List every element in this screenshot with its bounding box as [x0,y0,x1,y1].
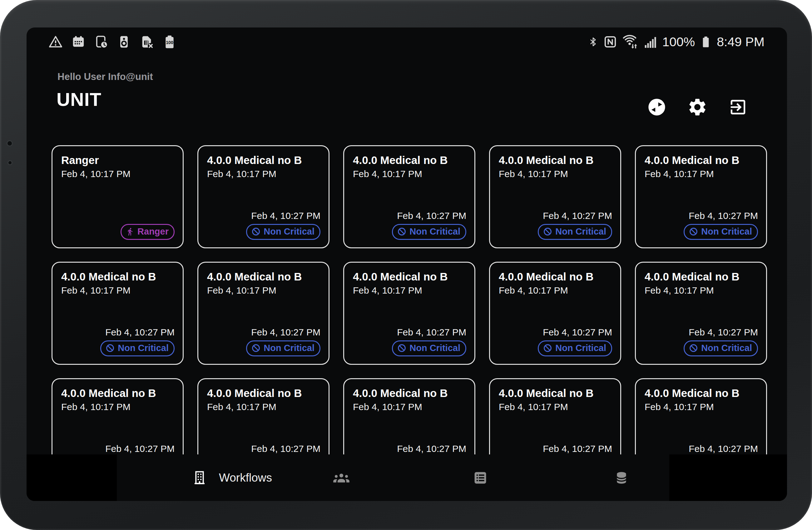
status-bar-left: 100 [48,32,177,51]
nav-tab-database[interactable] [614,455,629,501]
card-title: 4.0.0 Medical no B [207,270,320,283]
block-icon [397,344,406,353]
nav-tab-records[interactable] [472,455,489,501]
status-badge: Non Critical [246,341,320,356]
swap-arrows-icon [647,97,667,117]
card-title: 4.0.0 Medical no B [499,270,612,283]
status-badge: Ranger [120,224,175,240]
badge-label: Non Critical [555,343,606,354]
swap-button[interactable] [647,97,667,117]
card-title: 4.0.0 Medical no B [644,387,758,400]
status-badge: Non Critical [246,224,320,240]
nav-tab-workflows[interactable]: Workflows [191,455,272,501]
workflow-card[interactable]: 4.0.0 Medical no B Feb 4, 10:17 PM Feb 4… [489,145,621,248]
nav-corner-mask-left [27,455,117,501]
nav-tab-label: Workflows [219,471,272,484]
workflow-card[interactable]: 4.0.0 Medical no B Feb 4, 10:17 PM Feb 4… [52,262,184,365]
card-footer: Feb 4, 10:27 PM Non Critical [499,444,612,455]
card-end-time: Feb 4, 10:27 PM [543,444,612,454]
badge-label: Non Critical [409,226,460,237]
signal-icon [643,35,657,49]
status-badge: Non Critical [538,224,612,240]
card-title: 4.0.0 Medical no B [499,154,612,167]
card-end-time: Feb 4, 10:27 PM [397,444,466,454]
card-end-time: Feb 4, 10:27 PM [251,444,320,454]
card-start-time: Feb 4, 10:17 PM [207,402,320,412]
workflow-card-grid: Ranger Feb 4, 10:17 PM Ranger 4.0.0 Medi… [52,145,767,455]
workflow-card[interactable]: 4.0.0 Medical no B Feb 4, 10:17 PM Feb 4… [198,262,330,365]
card-start-time: Feb 4, 10:17 PM [644,402,758,412]
nfc-icon [603,35,618,49]
card-start-time: Feb 4, 10:17 PM [499,402,612,412]
walking-person-icon [126,227,134,236]
card-footer: Feb 4, 10:27 PM Non Critical [353,211,466,240]
clock-time: 8:49 PM [717,35,765,49]
card-start-time: Feb 4, 10:17 PM [499,169,612,179]
card-end-time: Feb 4, 10:27 PM [543,211,612,221]
card-footer: Feb 4, 10:27 PM Non Critical [644,327,758,356]
card-end-time: Feb 4, 10:27 PM [688,444,758,454]
block-icon [689,227,698,236]
badge-label: Non Critical [118,343,169,354]
card-footer: Feb 4, 10:27 PM Non Critical [61,327,175,356]
card-footer: Feb 4, 10:27 PM Non Critical [353,327,466,356]
card-footer: Feb 4, 10:27 PM Non Critical [499,327,612,356]
wifi-icon [622,34,638,50]
status-badge: Non Critical [538,341,612,356]
badge-label: Non Critical [264,226,315,237]
badge-label: Non Critical [264,343,315,354]
card-start-time: Feb 4, 10:17 PM [644,169,758,179]
card-end-time: Feb 4, 10:27 PM [105,327,175,338]
tablet-frame: 100 [0,0,812,530]
card-start-time: Feb 4, 10:17 PM [61,402,175,412]
workflow-card[interactable]: 4.0.0 Medical no B Feb 4, 10:17 PM Feb 4… [343,262,475,365]
card-end-time: Feb 4, 10:27 PM [251,327,320,338]
card-title: 4.0.0 Medical no B [353,387,466,400]
card-footer: Feb 4, 10:27 PM Non Critical [61,444,175,455]
status-badge: Non Critical [684,224,758,240]
greeting-text: Hello User Info@unit [57,71,153,83]
workflow-card[interactable]: 4.0.0 Medical no B Feb 4, 10:17 PM Feb 4… [198,378,330,455]
badge-label: Ranger [137,226,169,237]
workflow-card[interactable]: 4.0.0 Medical no B Feb 4, 10:17 PM Feb 4… [198,145,330,248]
status-bar-right: 100% 8:49 PM [588,32,765,51]
status-badge: Non Critical [392,341,466,356]
card-title: 4.0.0 Medical no B [61,270,175,283]
workflow-card[interactable]: 4.0.0 Medical no B Feb 4, 10:17 PM Feb 4… [489,262,621,365]
card-start-time: Feb 4, 10:17 PM [61,285,175,296]
workflow-card[interactable]: 4.0.0 Medical no B Feb 4, 10:17 PM Feb 4… [52,378,184,455]
badge-label: Non Critical [555,226,606,237]
workflow-card[interactable]: 4.0.0 Medical no B Feb 4, 10:17 PM Feb 4… [635,262,767,365]
status-bar: 100 [27,32,787,51]
card-end-time: Feb 4, 10:27 PM [397,327,466,338]
card-end-time: Feb 4, 10:27 PM [251,211,320,221]
battery-saver-icon: 100 [162,35,177,49]
status-badge: Non Critical [684,341,758,356]
card-start-time: Feb 4, 10:17 PM [499,285,612,296]
nav-tab-people[interactable] [332,455,350,501]
workflow-card[interactable]: 4.0.0 Medical no B Feb 4, 10:17 PM Feb 4… [343,378,475,455]
logout-button[interactable] [728,97,748,117]
nav-corner-mask-right [669,455,787,501]
workflow-card[interactable]: Ranger Feb 4, 10:17 PM Ranger [52,145,184,248]
settings-button[interactable] [687,97,708,117]
calendar-icon [71,35,86,49]
block-icon [251,344,260,353]
battery-percent: 100% [662,35,695,49]
building-icon [191,470,208,486]
card-end-time: Feb 4, 10:27 PM [397,211,466,221]
battery-icon [699,35,712,49]
workflow-card[interactable]: 4.0.0 Medical no B Feb 4, 10:17 PM Feb 4… [343,145,475,248]
workflow-card[interactable]: 4.0.0 Medical no B Feb 4, 10:17 PM Feb 4… [489,378,621,455]
sim-error-icon [140,35,154,49]
people-icon [332,470,350,486]
header-actions [647,97,748,117]
page-title: UNIT [57,89,102,110]
workflow-card[interactable]: 4.0.0 Medical no B Feb 4, 10:17 PM Feb 4… [635,378,767,455]
bluetooth-icon [588,35,598,49]
workflow-card[interactable]: 4.0.0 Medical no B Feb 4, 10:17 PM Feb 4… [635,145,767,248]
block-icon [543,344,552,353]
block-icon [105,344,115,353]
svg-text:100: 100 [166,40,173,45]
front-camera [8,141,12,145]
